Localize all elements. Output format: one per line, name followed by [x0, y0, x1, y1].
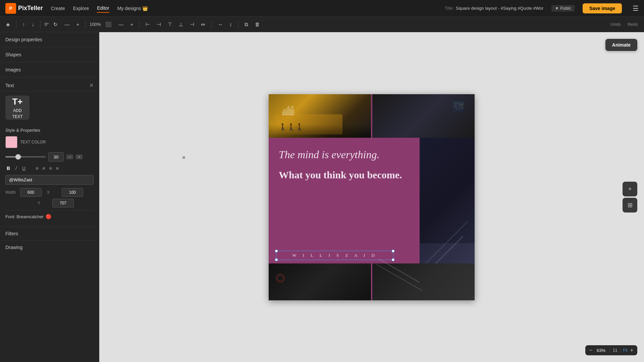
resize-handle-bl[interactable]: [275, 258, 278, 261]
logo-icon: P: [5, 3, 16, 14]
separator: [40, 20, 41, 28]
public-badge[interactable]: ▼ Public: [551, 5, 575, 12]
underline-button[interactable]: U: [21, 165, 27, 172]
style-properties-section: Style & Properties TEXT COLOR − + B / U …: [0, 124, 99, 227]
y-input[interactable]: [52, 199, 74, 207]
rotate-icon[interactable]: ↻: [51, 20, 60, 29]
bold-button[interactable]: B: [5, 165, 11, 172]
quote-text-1: The mind is everything.: [279, 148, 410, 162]
drawing-section: Drawing: [0, 240, 99, 254]
italic-button[interactable]: /: [14, 165, 18, 172]
separator: [85, 20, 86, 28]
redo-button[interactable]: Redo: [626, 20, 640, 28]
add-text-button[interactable]: T+ ADD TEXT: [5, 96, 30, 120]
canvas-area[interactable]: Animate 🏙 🌃 The mind is everything. What…: [99, 32, 644, 362]
align-right-icon[interactable]: ⊤: [166, 20, 174, 29]
image-bottom-left[interactable]: ⭕: [269, 263, 371, 300]
quote-text-2: What you think you become.: [279, 168, 410, 181]
move-down-icon[interactable]: ↓: [30, 20, 37, 28]
zoom-value: 63%: [595, 348, 607, 353]
nav-mydesigns[interactable]: My designs 👑: [117, 4, 148, 12]
design-canvas[interactable]: 🏙 🌃 The mind is everything. What you thi…: [269, 94, 475, 300]
save-image-button[interactable]: Save image: [583, 3, 622, 13]
shapes-title[interactable]: Shapes: [5, 52, 94, 57]
x-input[interactable]: [62, 188, 83, 197]
align-left-icon[interactable]: ⊢: [144, 20, 152, 29]
separator: [16, 20, 16, 28]
font-size-slider[interactable]: [5, 156, 46, 158]
username-text: W I L L I S Z A I D: [292, 253, 377, 258]
text-content-input[interactable]: [5, 175, 94, 185]
align-left-text-button[interactable]: ≡: [35, 165, 39, 172]
main-area: Design properties Shapes Images Text ✕ T…: [0, 32, 644, 362]
design-properties-section: Design properties: [0, 32, 99, 47]
delete-icon[interactable]: 🗑: [253, 20, 262, 28]
align-justify-text-button[interactable]: ≡: [55, 165, 59, 172]
align-center-icon[interactable]: ⊣: [155, 20, 163, 29]
align-right-text-button[interactable]: ≡: [48, 165, 52, 172]
nav-create[interactable]: Create: [51, 4, 65, 12]
flip-h-icon[interactable]: ↔: [216, 20, 225, 28]
y-label: Y: [38, 201, 50, 205]
right-float-buttons: + ⊞: [623, 182, 637, 213]
nav-editor[interactable]: Editor: [97, 4, 109, 13]
nav-explore[interactable]: Explore: [73, 4, 89, 12]
color-fill-icon[interactable]: ⬛: [103, 20, 114, 29]
text-color-label: TEXT COLOR: [20, 140, 46, 144]
filters-title[interactable]: Filters: [5, 231, 94, 236]
logo[interactable]: P PixTeller: [5, 3, 43, 14]
image-top-left[interactable]: 🏙: [269, 94, 371, 138]
zoom-percent: 100%: [90, 22, 101, 27]
copy-icon[interactable]: ⧉: [243, 20, 250, 29]
design-properties-title[interactable]: Design properties: [5, 37, 94, 42]
width-input[interactable]: [20, 188, 42, 197]
align-top-icon[interactable]: ⊥: [177, 20, 185, 29]
username-text-element[interactable]: W I L L I S Z A I D: [276, 251, 393, 260]
zoom-in-button[interactable]: +: [630, 347, 633, 353]
zoom-bar: − 63% 11 Fit +: [585, 345, 637, 355]
width-row: Width X: [5, 188, 94, 197]
layers-panel-button[interactable]: ⊞: [623, 198, 637, 213]
shapes-section: Shapes: [0, 47, 99, 62]
animate-button[interactable]: Animate: [605, 39, 637, 51]
chevron-down-icon: ▼: [555, 6, 559, 11]
separator: [238, 20, 238, 28]
y-row: Y: [5, 199, 94, 207]
separator: [620, 348, 620, 353]
text-color-swatch[interactable]: [5, 136, 17, 148]
title-label: Title:: [444, 6, 454, 11]
separator: [610, 348, 610, 353]
x-label: X: [47, 190, 59, 195]
font-size-input[interactable]: [48, 152, 64, 162]
font-size-increase-button[interactable]: +: [76, 155, 83, 159]
zoom-out-button[interactable]: −: [589, 347, 592, 353]
drawing-title[interactable]: Drawing: [5, 245, 94, 250]
image-top-right[interactable]: 🌃: [372, 94, 475, 138]
font-size-decrease-button[interactable]: −: [66, 155, 73, 159]
add-label: ADD: [13, 108, 21, 113]
undo-redo-group: Undo Redo: [608, 20, 640, 28]
dark-right-panel: [420, 138, 475, 263]
align-bottom-icon[interactable]: ⊣: [188, 20, 196, 29]
align-center-text-button[interactable]: ≡: [42, 165, 46, 172]
layers-icon[interactable]: ◈: [4, 20, 12, 29]
close-text-button[interactable]: ✕: [89, 82, 94, 88]
resize-handle-br[interactable]: [392, 258, 394, 261]
resize-handle-tr[interactable]: [392, 250, 394, 252]
images-title[interactable]: Images: [5, 67, 94, 72]
plus-icon[interactable]: +: [74, 20, 81, 28]
add-element-button[interactable]: +: [623, 182, 637, 196]
font-size-row: − +: [5, 152, 94, 162]
zoom-in-icon[interactable]: +: [128, 20, 135, 28]
zoom-out-icon[interactable]: —: [116, 20, 125, 28]
flip-v-icon[interactable]: ↕: [227, 20, 234, 28]
undo-button[interactable]: Undo: [608, 20, 623, 28]
resize-handle-tl[interactable]: [275, 250, 278, 252]
move-up-icon[interactable]: ↑: [20, 20, 27, 28]
minus-icon[interactable]: —: [62, 20, 71, 28]
image-bottom-right[interactable]: [372, 263, 475, 300]
distribute-h-icon[interactable]: ⇔: [199, 20, 207, 29]
fit-label[interactable]: Fit: [623, 348, 627, 353]
style-properties-title: Style & Properties: [5, 128, 94, 133]
menu-icon[interactable]: ☰: [633, 4, 639, 12]
